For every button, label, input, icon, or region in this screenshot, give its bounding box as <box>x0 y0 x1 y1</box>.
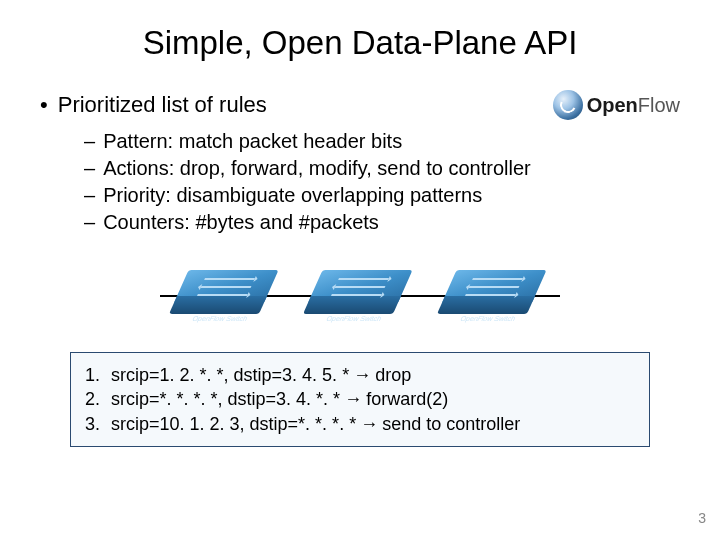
main-bullet: • Prioritized list of rules <box>40 92 267 118</box>
switch-icon: OpenFlow Switch <box>449 270 539 320</box>
openflow-logo: OpenFlow <box>553 90 680 120</box>
rule-match: srcip=10. 1. 2. 3, dstip=*. *. *. * <box>111 412 356 436</box>
rule-match: srcip=1. 2. *. *, dstip=3. 4. 5. * <box>111 363 349 387</box>
arrow-right-icon: → <box>353 363 371 387</box>
dash-icon: – <box>84 130 95 153</box>
globe-swirl-icon <box>553 90 583 120</box>
rule-action: forward(2) <box>366 387 448 411</box>
rule-number: 2. <box>85 387 111 411</box>
rule-number: 1. <box>85 363 111 387</box>
sub-bullet: – Priority: disambiguate overlapping pat… <box>84 184 680 207</box>
sub-bullet-text: Pattern: match packet header bits <box>103 130 402 153</box>
switch-caption: OpenFlow Switch <box>173 315 266 322</box>
logo-brand: Open <box>587 94 638 116</box>
sub-bullet-list: – Pattern: match packet header bits – Ac… <box>84 130 680 234</box>
switch-diagram: OpenFlow Switch OpenFlow Switch OpenFlow… <box>40 260 680 330</box>
dash-icon: – <box>84 211 95 234</box>
rules-table: 1. srcip=1. 2. *. *, dstip=3. 4. 5. * → … <box>70 352 650 447</box>
rule-number: 3. <box>85 412 111 436</box>
switch-caption: OpenFlow Switch <box>307 315 400 322</box>
slide-number: 3 <box>698 510 706 526</box>
arrow-right-icon: → <box>360 412 378 436</box>
sub-bullet: – Actions: drop, forward, modify, send t… <box>84 157 680 180</box>
sub-bullet-text: Actions: drop, forward, modify, send to … <box>103 157 531 180</box>
dash-icon: – <box>84 157 95 180</box>
sub-bullet-text: Counters: #bytes and #packets <box>103 211 379 234</box>
rule-row: 1. srcip=1. 2. *. *, dstip=3. 4. 5. * → … <box>85 363 635 387</box>
sub-bullet: – Pattern: match packet header bits <box>84 130 680 153</box>
main-bullet-text: Prioritized list of rules <box>58 92 267 118</box>
slide-title: Simple, Open Data-Plane API <box>40 24 680 62</box>
arrow-right-icon: → <box>344 387 362 411</box>
dash-icon: – <box>84 184 95 207</box>
sub-bullet: – Counters: #bytes and #packets <box>84 211 680 234</box>
sub-bullet-text: Priority: disambiguate overlapping patte… <box>103 184 482 207</box>
rule-row: 3. srcip=10. 1. 2. 3, dstip=*. *. *. * →… <box>85 412 635 436</box>
rule-row: 2. srcip=*. *. *. *, dstip=3. 4. *. * → … <box>85 387 635 411</box>
bullet-dot-icon: • <box>40 92 48 118</box>
openflow-logo-text: OpenFlow <box>587 94 680 117</box>
switch-caption: OpenFlow Switch <box>441 315 534 322</box>
switch-icon: OpenFlow Switch <box>315 270 405 320</box>
main-bullet-row: • Prioritized list of rules OpenFlow <box>40 90 680 120</box>
logo-suffix: Flow <box>638 94 680 116</box>
rule-action: drop <box>375 363 411 387</box>
rule-match: srcip=*. *. *. *, dstip=3. 4. *. * <box>111 387 340 411</box>
switch-icon: OpenFlow Switch <box>181 270 271 320</box>
rule-action: send to controller <box>382 412 520 436</box>
